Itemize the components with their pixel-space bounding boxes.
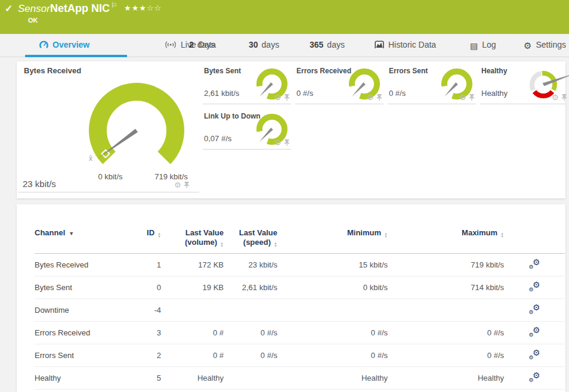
channel-settings-gears-icon[interactable]: ⚙⚙ xyxy=(529,372,540,382)
column-header-actions xyxy=(504,227,565,254)
tab-365-days[interactable]: 365days xyxy=(310,40,345,49)
tile-value: 0 #/s xyxy=(389,89,406,98)
channel-settings-gears-icon[interactable]: ⚙⚙ xyxy=(529,304,540,314)
tile-title: Bytes Sent xyxy=(204,67,241,75)
sort-arrows-icon: ▲▼ xyxy=(220,242,224,247)
gear-icon: ⚙ xyxy=(524,41,531,51)
tab-2-days[interactable]: 2days xyxy=(189,40,215,49)
gauge-tile-link-up-to-down[interactable]: Link Up to Down 0,07 #/s ⚙ xyxy=(203,108,291,150)
sensor-status-badge: OK xyxy=(28,17,38,24)
pin-icon[interactable] xyxy=(561,94,567,101)
channel-settings-gears-icon[interactable]: ⚙⚙ xyxy=(529,350,540,359)
table-row: Downtime -4 ⚙⚙ xyxy=(35,299,565,322)
main-gauge-title: Bytes Received xyxy=(24,66,81,75)
channel-settings-gears-icon[interactable]: ⚙⚙ xyxy=(529,327,540,337)
table-row: Link Up to Down 4 4 # 0,07 #/s 0,04 #/s … xyxy=(35,390,565,392)
column-header-minimum[interactable]: Minimum▲▼ xyxy=(277,227,388,254)
gauge-settings-gear-icon[interactable]: ⚙ xyxy=(274,139,282,147)
active-tab-underline xyxy=(25,55,127,57)
tab-log[interactable]: ▤Log xyxy=(470,40,496,51)
tab-historic-data-label: Historic Data xyxy=(388,40,436,49)
area-chart-icon xyxy=(375,41,384,49)
gauge-settings-gear-icon[interactable]: ⚙ xyxy=(552,94,559,101)
channel-table-panel: Channel▼ ID▲▼ Last Value (volume)▲▼ Last… xyxy=(17,204,565,392)
bytes-received-gauge: x̄ xyxy=(74,83,199,178)
svg-text:x̄: x̄ xyxy=(89,154,92,163)
channel-settings-gears-icon[interactable]: ⚙⚙ xyxy=(529,282,540,291)
gauge-tile-errors-received[interactable]: Errors Received 0 #/s ⚙ xyxy=(295,63,384,104)
tile-title: Healthy xyxy=(481,67,507,75)
tab-overview[interactable]: Overview xyxy=(39,40,89,49)
tab-settings-label: Settings xyxy=(536,40,566,49)
tile-value: Healthy xyxy=(481,89,508,98)
tab-overview-label: Overview xyxy=(52,40,89,49)
pin-icon[interactable] xyxy=(376,94,382,101)
object-type-label: Sensor xyxy=(18,3,50,15)
column-header-id[interactable]: ID▲▼ xyxy=(130,227,161,254)
tile-title: Errors Sent xyxy=(389,67,428,75)
tab-historic-data[interactable]: Historic Data xyxy=(375,40,436,49)
sort-arrows-icon: ▲▼ xyxy=(384,232,388,238)
sort-arrows-icon: ▲▼ xyxy=(500,232,504,238)
sensor-header: ✓ Sensor NetApp NIC ⚐ ★★★☆☆ OK xyxy=(0,0,569,34)
pin-icon[interactable] xyxy=(284,139,290,146)
sort-arrows-icon: ▲▼ xyxy=(274,242,277,247)
sensor-tab-bar: Overview Live Data 2days 30days 365days … xyxy=(0,34,569,57)
overview-gauges-panel: Bytes Received x̄ 0 kbit/s 719 kbit/s 23… xyxy=(17,61,565,198)
gauge-tile-healthy[interactable]: Healthy Healthy ⚙ xyxy=(480,63,565,104)
tile-title: Errors Received xyxy=(296,67,351,75)
column-header-channel[interactable]: Channel▼ xyxy=(35,227,130,254)
column-header-last-value-speed[interactable]: Last Value (speed)▲▼ xyxy=(224,227,277,254)
channel-settings-gears-icon[interactable]: ⚙⚙ xyxy=(529,259,540,269)
column-header-last-value-volume[interactable]: Last Value (volume)▲▼ xyxy=(161,227,224,254)
gauge-settings-gear-icon[interactable]: ⚙ xyxy=(367,94,374,101)
sensor-title: NetApp NIC xyxy=(50,2,110,15)
tab-settings[interactable]: ⚙Settings xyxy=(524,40,566,51)
table-header-row: Channel▼ ID▲▼ Last Value (volume)▲▼ Last… xyxy=(35,227,565,254)
table-row: Bytes Sent 0 19 KB 2,61 kbit/s 0 kbit/s … xyxy=(35,276,565,299)
gauge-tile-errors-sent[interactable]: Errors Sent 0 #/s ⚙ xyxy=(388,63,476,104)
status-ok-check-icon: ✓ xyxy=(5,3,13,14)
table-row: Errors Sent 2 0 # 0 #/s 0 #/s 0 #/s ⚙⚙ xyxy=(35,344,565,367)
flag-icon[interactable]: ⚐ xyxy=(111,1,117,10)
gauge-tile-bytes-sent[interactable]: Bytes Sent 2,61 kbit/s ⚙ xyxy=(203,63,291,104)
gauge-settings-gear-icon[interactable]: ⚙ xyxy=(459,94,466,101)
main-gauge-value: 23 kbit/s xyxy=(23,179,56,189)
gauge-min-label: 0 kbit/s xyxy=(86,172,134,181)
column-header-maximum[interactable]: Maximum▲▼ xyxy=(388,227,504,254)
tab-log-label: Log xyxy=(482,40,496,49)
pin-icon[interactable] xyxy=(469,94,475,101)
tile-value: 0,07 #/s xyxy=(204,134,231,143)
divider xyxy=(18,192,199,192)
tile-value: 0 #/s xyxy=(296,89,313,98)
broadcast-icon xyxy=(165,41,177,49)
gauge-icon xyxy=(39,41,48,49)
log-list-icon: ▤ xyxy=(470,41,478,51)
tile-title: Link Up to Down xyxy=(204,112,261,120)
table-row: Errors Received 3 0 # 0 #/s 0 #/s 0 #/s … xyxy=(35,322,565,344)
sort-arrows-icon: ▲▼ xyxy=(157,232,161,238)
table-row: Healthy 5 Healthy Healthy Healthy ⚙⚙ xyxy=(35,367,565,390)
tab-30-days[interactable]: 30days xyxy=(249,40,279,49)
gauge-max-label: 719 kbit/s xyxy=(147,172,195,181)
channel-table: Channel▼ ID▲▼ Last Value (volume)▲▼ Last… xyxy=(35,227,565,392)
pin-icon[interactable] xyxy=(284,94,290,101)
gauge-settings-gear-icon[interactable]: ⚙ xyxy=(174,181,181,189)
gauge-settings-gear-icon[interactable]: ⚙ xyxy=(274,94,282,101)
tile-value: 2,61 kbit/s xyxy=(204,89,239,98)
sort-caret-down-icon: ▼ xyxy=(69,231,74,237)
table-row: Bytes Received 1 172 KB 23 kbit/s 15 kbi… xyxy=(35,254,565,276)
pin-icon[interactable] xyxy=(184,182,190,188)
priority-stars[interactable]: ★★★☆☆ xyxy=(124,4,162,13)
